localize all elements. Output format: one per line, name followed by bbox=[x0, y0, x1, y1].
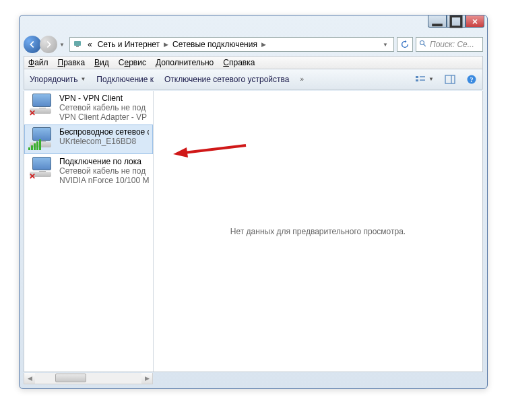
menu-view[interactable]: Вид bbox=[94, 58, 109, 67]
nav-history-dropdown[interactable]: ▼ bbox=[57, 42, 67, 48]
connection-item-vpn[interactable]: ✕ VPN - VPN Client Сетевой кабель не под… bbox=[24, 91, 153, 125]
overflow-chevron[interactable]: » bbox=[300, 75, 304, 83]
svg-rect-12 bbox=[445, 75, 455, 83]
svg-point-6 bbox=[420, 40, 424, 44]
connect-to-button[interactable]: Подключение к bbox=[96, 75, 154, 84]
menu-advanced[interactable]: Дополнительно bbox=[156, 58, 214, 67]
preview-pane: Нет данных для предварительного просмотр… bbox=[154, 91, 482, 372]
connection-status: Сетевой кабель не под bbox=[59, 103, 147, 112]
menu-help[interactable]: Справка bbox=[223, 58, 255, 67]
back-button[interactable] bbox=[24, 36, 41, 53]
refresh-button[interactable] bbox=[397, 37, 413, 52]
svg-rect-5 bbox=[76, 46, 79, 47]
disconnected-x-icon: ✕ bbox=[28, 108, 36, 116]
svg-rect-1 bbox=[451, 16, 461, 27]
scroll-thumb[interactable] bbox=[55, 374, 86, 382]
connection-name: Беспроводное сетевое соединение bbox=[59, 127, 149, 137]
breadcrumb-prefix: « bbox=[86, 40, 94, 49]
minimize-button[interactable] bbox=[428, 15, 447, 28]
connection-item-wireless[interactable]: Беспроводное сетевое соединение UKrtelec… bbox=[24, 125, 153, 154]
horizontal-scrollbar[interactable]: ◀ ▶ bbox=[24, 373, 153, 384]
breadcrumb-item[interactable]: Сетевые подключения bbox=[171, 40, 259, 49]
view-options-button[interactable]: ▼ bbox=[415, 75, 434, 84]
content-area: ✕ VPN - VPN Client Сетевой кабель не под… bbox=[24, 91, 483, 372]
svg-rect-8 bbox=[416, 76, 418, 78]
nav-bar: ▼ « Сеть и Интернет ▶ Сетевые подключени… bbox=[24, 34, 483, 55]
connection-item-lan[interactable]: ✕ Подключение по лока Сетевой кабель не … bbox=[24, 154, 153, 188]
breadcrumb-item[interactable]: Сеть и Интернет bbox=[96, 40, 161, 49]
address-bar[interactable]: « Сеть и Интернет ▶ Сетевые подключения … bbox=[69, 37, 394, 52]
network-adapter-icon: ✕ bbox=[28, 157, 55, 181]
svg-rect-4 bbox=[74, 41, 81, 46]
scroll-right-arrow[interactable]: ▶ bbox=[141, 373, 152, 384]
connection-name: VPN - VPN Client bbox=[59, 94, 147, 103]
menu-tools[interactable]: Сервис bbox=[119, 58, 146, 67]
chevron-right-icon[interactable]: ▶ bbox=[261, 41, 266, 48]
network-adapter-icon bbox=[28, 127, 55, 151]
close-button[interactable] bbox=[466, 15, 484, 28]
connection-name: Подключение по лока bbox=[59, 157, 149, 166]
scroll-track[interactable] bbox=[35, 373, 141, 384]
forward-button[interactable] bbox=[40, 36, 57, 53]
disconnected-x-icon: ✕ bbox=[28, 172, 36, 180]
menu-edit[interactable]: Правка bbox=[58, 58, 86, 67]
search-icon bbox=[419, 40, 427, 50]
disable-device-button[interactable]: Отключение сетевого устройства bbox=[164, 75, 289, 84]
maximize-button[interactable] bbox=[447, 15, 466, 28]
scroll-left-arrow[interactable]: ◀ bbox=[24, 373, 35, 384]
network-adapter-icon: ✕ bbox=[28, 94, 55, 118]
menu-bar: Файл Правка Вид Сервис Дополнительно Спр… bbox=[24, 56, 483, 69]
address-dropdown[interactable]: ▼ bbox=[380, 42, 391, 48]
search-placeholder: Поиск: Се... bbox=[430, 40, 474, 49]
connection-device: UKrtelecom_E16BD8 bbox=[59, 137, 149, 146]
signal-bars-icon bbox=[28, 139, 41, 150]
preview-empty-text: Нет данных для предварительного просмотр… bbox=[230, 227, 406, 236]
preview-pane-button[interactable] bbox=[445, 75, 455, 84]
menu-file[interactable]: Файл bbox=[28, 58, 49, 67]
connection-status: Сетевой кабель не под bbox=[59, 166, 149, 176]
command-bar: Упорядочить ▼ Подключение к Отключение с… bbox=[24, 69, 483, 90]
svg-line-7 bbox=[424, 44, 426, 46]
connection-device: NVIDIA nForce 10/100 M bbox=[59, 176, 149, 185]
connection-device: VPN Client Adapter - VP bbox=[59, 112, 147, 122]
location-icon bbox=[73, 39, 84, 50]
window-titlebar[interactable] bbox=[20, 15, 487, 34]
connection-list: ✕ VPN - VPN Client Сетевой кабель не под… bbox=[24, 91, 154, 372]
organize-button[interactable]: Упорядочить ▼ bbox=[30, 75, 86, 84]
help-button[interactable]: ? bbox=[466, 74, 477, 85]
svg-text:?: ? bbox=[470, 76, 474, 83]
explorer-window: ▼ « Сеть и Интернет ▶ Сетевые подключени… bbox=[19, 15, 488, 389]
chevron-right-icon[interactable]: ▶ bbox=[164, 41, 168, 48]
search-input[interactable]: Поиск: Се... bbox=[416, 37, 483, 52]
svg-rect-9 bbox=[416, 79, 418, 81]
